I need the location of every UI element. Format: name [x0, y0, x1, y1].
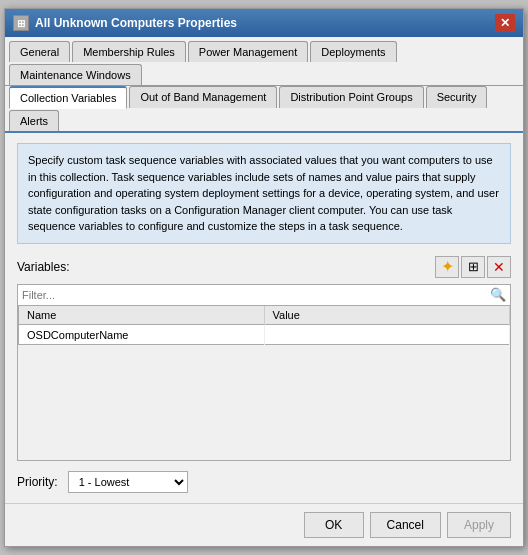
col-name: Name	[19, 306, 265, 325]
ok-button[interactable]: OK	[304, 512, 364, 538]
edit-variable-button[interactable]: ⊞	[461, 256, 485, 278]
apply-button[interactable]: Apply	[447, 512, 511, 538]
tab-collection-variables[interactable]: Collection Variables	[9, 86, 127, 109]
properties-window: ⊞ All Unknown Computers Properties ✕ Gen…	[4, 8, 524, 547]
table-row[interactable]: OSDComputerName	[19, 324, 510, 344]
delete-variable-button[interactable]: ✕	[487, 256, 511, 278]
search-icon: 🔍	[490, 287, 506, 302]
delete-icon: ✕	[493, 259, 505, 275]
table-header-row: Name Value	[19, 306, 510, 325]
tab-maintenance-windows[interactable]: Maintenance Windows	[9, 64, 142, 85]
title-bar: ⊞ All Unknown Computers Properties ✕	[5, 9, 523, 37]
priority-select[interactable]: 1 - Lowest 2 - Low 3 - Medium 4 - High 5…	[68, 471, 188, 493]
toolbar-icons: ✦ ⊞ ✕	[435, 256, 511, 278]
tab-general[interactable]: General	[9, 41, 70, 62]
description-text: Specify custom task sequence variables w…	[17, 143, 511, 244]
close-button[interactable]: ✕	[495, 14, 515, 32]
filter-row: 🔍	[17, 284, 511, 306]
new-icon: ✦	[441, 257, 454, 276]
new-variable-button[interactable]: ✦	[435, 256, 459, 278]
variable-value	[264, 324, 510, 344]
variables-label: Variables:	[17, 260, 69, 274]
tab-deployments[interactable]: Deployments	[310, 41, 396, 62]
tab-row-2: Collection Variables Out of Band Managem…	[5, 86, 523, 133]
window-title: All Unknown Computers Properties	[35, 16, 237, 30]
tab-alerts[interactable]: Alerts	[9, 110, 59, 131]
title-bar-left: ⊞ All Unknown Computers Properties	[13, 15, 237, 31]
filter-input[interactable]	[22, 289, 490, 301]
priority-row: Priority: 1 - Lowest 2 - Low 3 - Medium …	[17, 471, 511, 493]
variable-name: OSDComputerName	[19, 324, 265, 344]
window-icon: ⊞	[13, 15, 29, 31]
tab-power-management[interactable]: Power Management	[188, 41, 308, 62]
variable-table: Name Value OSDComputerName	[18, 306, 510, 345]
content-area: Specify custom task sequence variables w…	[5, 133, 523, 503]
variables-header: Variables: ✦ ⊞ ✕	[17, 256, 511, 278]
variable-table-container: Name Value OSDComputerName	[17, 306, 511, 461]
tab-out-of-band[interactable]: Out of Band Management	[129, 86, 277, 108]
tab-row-1: General Membership Rules Power Managemen…	[5, 37, 523, 86]
tab-security[interactable]: Security	[426, 86, 488, 108]
tab-distribution-point-groups[interactable]: Distribution Point Groups	[279, 86, 423, 108]
edit-icon: ⊞	[468, 259, 479, 274]
col-value: Value	[264, 306, 510, 325]
bottom-buttons: OK Cancel Apply	[5, 503, 523, 546]
priority-label: Priority:	[17, 475, 58, 489]
cancel-button[interactable]: Cancel	[370, 512, 441, 538]
tab-membership-rules[interactable]: Membership Rules	[72, 41, 186, 62]
